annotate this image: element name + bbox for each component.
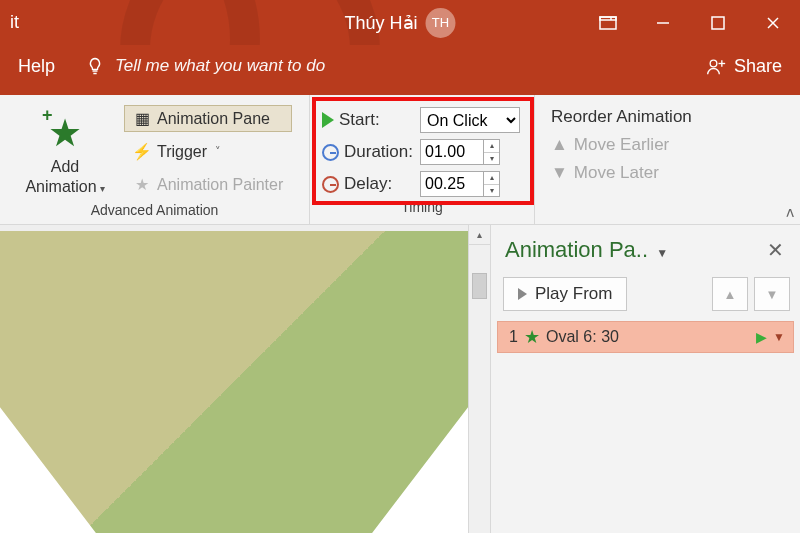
move-earlier-label: Move Earlier (574, 135, 669, 155)
slide-canvas[interactable] (0, 231, 468, 533)
start-play-icon (322, 112, 334, 128)
delay-clock-icon (322, 176, 339, 193)
trigger-button[interactable]: ⚡ Trigger ˅ (124, 138, 292, 165)
duration-down[interactable]: ▾ (484, 153, 499, 165)
tell-me-placeholder: Tell me what you want to do (115, 56, 325, 76)
animation-pane: Animation Pa.. ▼ ✕ Play From ▲ ▼ 1 ★ Ova… (490, 225, 800, 533)
move-later-button: ▼Move Later (551, 163, 784, 183)
user-name: Thúy Hải (344, 12, 417, 34)
group-timing: Start: On Click Duration: ▴▾ Delay: ▴▾ T… (310, 95, 535, 224)
duration-input[interactable] (421, 140, 483, 164)
duration-label: Duration: (344, 142, 413, 162)
add-animation-button[interactable]: ★+ AddAnimation▾ (10, 101, 120, 200)
minimize-button[interactable] (635, 0, 690, 45)
animation-pane-close-button[interactable]: ✕ (761, 238, 790, 262)
help-tab[interactable]: Help (18, 56, 55, 77)
delay-input[interactable] (421, 172, 483, 196)
share-label: Share (734, 56, 782, 77)
move-up-button[interactable]: ▲ (712, 277, 748, 311)
group-reorder: Reorder Animation ▲Move Earlier ▼Move La… (535, 95, 800, 224)
duration-clock-icon (322, 144, 339, 161)
move-earlier-icon: ▲ (551, 135, 568, 155)
duration-up[interactable]: ▴ (484, 140, 499, 153)
animation-item[interactable]: 1 ★ Oval 6: 30 ▶ ▼ (497, 321, 794, 353)
move-later-label: Move Later (574, 163, 659, 183)
add-animation-star-icon: ★+ (48, 111, 82, 155)
play-from-button[interactable]: Play From (503, 277, 627, 311)
collapse-ribbon-button[interactable]: ʌ (786, 204, 794, 220)
animation-painter-icon: ★ (133, 175, 151, 194)
lightbulb-icon (85, 56, 105, 76)
animation-painter-button: ★ Animation Painter (124, 171, 292, 198)
animation-list: 1 ★ Oval 6: 30 ▶ ▼ (491, 321, 800, 353)
animation-item-star-icon: ★ (524, 326, 540, 348)
svg-rect-1 (600, 17, 616, 20)
animation-pane-button[interactable]: ▦ Animation Pane (124, 105, 292, 132)
title-fragment: it (0, 12, 19, 33)
group-label-advanced: Advanced Animation (10, 200, 299, 222)
start-label: Start: (339, 110, 380, 130)
delay-spinner[interactable]: ▴▾ (420, 171, 500, 197)
animation-painter-label: Animation Painter (157, 176, 283, 194)
trigger-icon: ⚡ (133, 142, 151, 161)
move-later-icon: ▼ (551, 163, 568, 183)
svg-point-7 (710, 60, 717, 67)
ribbon-tab-row: Help Tell me what you want to do Share (0, 45, 800, 95)
trigger-label: Trigger (157, 143, 207, 161)
scroll-up-button[interactable]: ▴ (469, 225, 490, 245)
animation-pane-icon: ▦ (133, 109, 151, 128)
delay-down[interactable]: ▾ (484, 185, 499, 197)
share-button[interactable]: Share (706, 56, 782, 77)
workspace: ▴ Animation Pa.. ▼ ✕ Play From ▲ ▼ 1 ★ O… (0, 225, 800, 533)
tell-me-search[interactable]: Tell me what you want to do (85, 56, 325, 76)
add-animation-label-1: Add (51, 158, 79, 175)
add-animation-label-2: Animation (25, 178, 96, 195)
animation-pane-label: Animation Pane (157, 110, 270, 128)
svg-rect-4 (712, 17, 724, 29)
vertical-scrollbar[interactable]: ▴ (468, 225, 490, 533)
avatar[interactable]: TH (426, 8, 456, 38)
chevron-down-icon: ▼ (656, 246, 668, 260)
move-earlier-button: ▲Move Earlier (551, 135, 784, 155)
animation-item-name: Oval 6: 30 (546, 328, 750, 346)
delay-label: Delay: (344, 174, 392, 194)
share-icon (706, 56, 726, 76)
play-from-label: Play From (535, 284, 612, 304)
reorder-title: Reorder Animation (551, 107, 784, 127)
group-label-timing: Timing (320, 197, 524, 219)
delay-up[interactable]: ▴ (484, 172, 499, 185)
close-button[interactable] (745, 0, 800, 45)
slide-area[interactable] (0, 225, 468, 533)
animation-pane-title[interactable]: Animation Pa.. ▼ (505, 237, 761, 263)
animation-item-play-icon: ▶ (756, 329, 767, 345)
plus-icon: + (42, 105, 53, 126)
ribbon: ★+ AddAnimation▾ ▦ Animation Pane ⚡ Trig… (0, 95, 800, 225)
group-advanced-animation: ★+ AddAnimation▾ ▦ Animation Pane ⚡ Trig… (0, 95, 310, 224)
ribbon-display-options-button[interactable] (580, 0, 635, 45)
title-bar: it Thúy Hải TH (0, 0, 800, 45)
start-select[interactable]: On Click (420, 107, 520, 133)
animation-item-index: 1 (504, 328, 518, 346)
play-icon (518, 288, 527, 300)
duration-spinner[interactable]: ▴▾ (420, 139, 500, 165)
maximize-button[interactable] (690, 0, 745, 45)
move-down-button[interactable]: ▼ (754, 277, 790, 311)
animation-item-menu-button[interactable]: ▼ (773, 330, 785, 344)
scroll-thumb[interactable] (472, 273, 487, 299)
